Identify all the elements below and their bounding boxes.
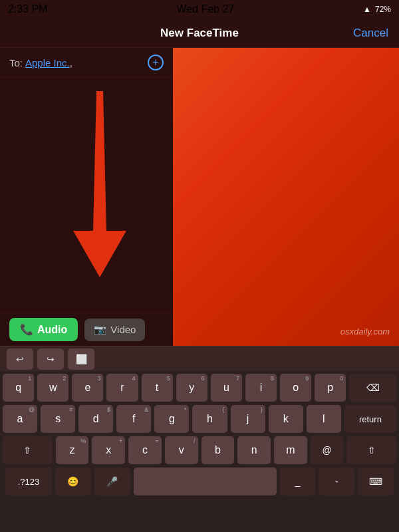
- keyboard-dismiss-key[interactable]: ⌨: [358, 467, 394, 495]
- phone-icon: 📞: [20, 323, 33, 336]
- arrow-annotation: [0, 78, 173, 346]
- numeric-key[interactable]: .?123: [5, 467, 52, 495]
- nav-bar: New FaceTime Cancel: [0, 19, 399, 48]
- underscore-key[interactable]: _: [280, 467, 316, 495]
- key-z[interactable]: %z: [56, 436, 89, 464]
- key-row-1: 1q 2w 3e 4r 5t 6y 7u 8i 9o 0p ⌫: [3, 374, 396, 402]
- wifi-icon: ▲: [363, 5, 371, 14]
- contact-chip[interactable]: Apple Inc.: [25, 57, 70, 68]
- dash-label: -: [335, 476, 338, 487]
- at-label: @: [322, 445, 331, 456]
- keyboard-toolbar: ↩ ↪ ⬜: [0, 346, 399, 371]
- backspace-key[interactable]: ⌫: [349, 374, 396, 402]
- svg-marker-1: [73, 231, 126, 277]
- battery-icon: 72%: [375, 5, 391, 14]
- status-date: Wed Feb 27: [176, 3, 234, 15]
- mic-key[interactable]: 🎤: [94, 467, 130, 495]
- main-content: To: Apple Inc. , + osxdaily.com: [0, 48, 399, 346]
- call-button-row: 📞 Audio 📷 Video: [0, 313, 173, 346]
- key-y[interactable]: 6y: [176, 374, 207, 402]
- key-row-3: ⇧ %z +x =c /v b n m @ ⇧: [3, 436, 396, 464]
- space-key[interactable]: [134, 467, 277, 495]
- backspace-icon: ⌫: [366, 382, 380, 393]
- key-a[interactable]: @a: [3, 405, 37, 433]
- mic-icon: 🎤: [106, 476, 118, 487]
- plus-icon: +: [152, 57, 158, 68]
- video-call-button[interactable]: 📷 Video: [84, 319, 145, 341]
- key-w[interactable]: 2w: [37, 374, 68, 402]
- key-r[interactable]: 4r: [106, 374, 138, 402]
- key-c[interactable]: =c: [128, 436, 162, 464]
- key-v[interactable]: /v: [165, 436, 198, 464]
- key-m[interactable]: m: [274, 436, 307, 464]
- dash-key[interactable]: -: [319, 467, 354, 495]
- key-g[interactable]: *g: [154, 405, 189, 433]
- video-icon: 📷: [94, 324, 106, 336]
- audio-label: Audio: [37, 324, 67, 336]
- status-bar: 2:33 PM Wed Feb 27 ▲ 72%: [0, 0, 399, 19]
- undo-button[interactable]: ↩: [7, 348, 33, 370]
- nav-title: New FaceTime: [160, 27, 239, 40]
- key-h[interactable]: (h: [192, 405, 227, 433]
- key-at[interactable]: @: [311, 436, 344, 464]
- key-p[interactable]: 0p: [315, 374, 346, 402]
- to-field: To: Apple Inc. , +: [0, 48, 173, 78]
- key-b[interactable]: b: [201, 436, 235, 464]
- emoji-key[interactable]: 😊: [55, 467, 91, 495]
- key-k[interactable]: k: [269, 405, 303, 433]
- return-label: return: [359, 414, 382, 424]
- key-t[interactable]: 5t: [142, 374, 173, 402]
- shift-key-left[interactable]: ⇧: [3, 436, 53, 464]
- keyboard-keys: 1q 2w 3e 4r 5t 6y 7u 8i 9o 0p ⌫ @a #s $d…: [0, 371, 399, 500]
- return-key[interactable]: return: [344, 405, 396, 433]
- key-x[interactable]: +x: [92, 436, 125, 464]
- key-n[interactable]: n: [237, 436, 271, 464]
- cancel-button[interactable]: Cancel: [353, 27, 388, 40]
- watermark: osxdaily.com: [340, 327, 390, 336]
- shift-icon-right: ⇧: [368, 445, 376, 456]
- key-row-2: @a #s $d &f *g (h )j k l return: [3, 405, 396, 433]
- underscore-label: _: [295, 476, 301, 487]
- paste-button[interactable]: ⬜: [68, 348, 94, 370]
- audio-call-button[interactable]: 📞 Audio: [9, 318, 78, 341]
- key-row-4: .?123 😊 🎤 _ - ⌨: [3, 467, 396, 495]
- shift-icon-left: ⇧: [23, 445, 31, 456]
- key-f[interactable]: &f: [116, 405, 151, 433]
- to-label: To:: [9, 57, 23, 68]
- redo-button[interactable]: ↪: [37, 348, 64, 370]
- keyboard-area: ↩ ↪ ⬜ 1q 2w 3e 4r 5t 6y 7u 8i 9o 0p ⌫ @a…: [0, 346, 399, 532]
- left-panel: To: Apple Inc. , +: [0, 48, 173, 346]
- svg-marker-0: [93, 91, 106, 231]
- add-contact-button[interactable]: +: [148, 55, 164, 70]
- keyboard-icon: ⌨: [369, 476, 382, 487]
- red-arrow-svg: [66, 84, 133, 284]
- numeric-label: .?123: [18, 477, 40, 487]
- shift-key-right[interactable]: ⇧: [346, 436, 396, 464]
- undo-icon: ↩: [16, 354, 24, 364]
- key-l[interactable]: l: [307, 405, 341, 433]
- key-q[interactable]: 1q: [3, 374, 34, 402]
- key-d[interactable]: $d: [78, 405, 113, 433]
- video-label: Video: [110, 324, 136, 335]
- paste-icon: ⬜: [76, 354, 87, 364]
- redo-icon: ↪: [47, 354, 55, 364]
- key-o[interactable]: 9o: [280, 374, 311, 402]
- key-u[interactable]: 7u: [211, 374, 242, 402]
- key-i[interactable]: 8i: [245, 374, 277, 402]
- to-comma: ,: [70, 57, 72, 68]
- emoji-icon: 😊: [67, 476, 78, 487]
- right-panel: osxdaily.com: [173, 48, 399, 346]
- status-icons: ▲ 72%: [363, 5, 391, 14]
- key-e[interactable]: 3e: [72, 374, 103, 402]
- status-time: 2:33 PM: [8, 3, 48, 15]
- key-s[interactable]: #s: [41, 405, 75, 433]
- key-j[interactable]: )j: [231, 405, 265, 433]
